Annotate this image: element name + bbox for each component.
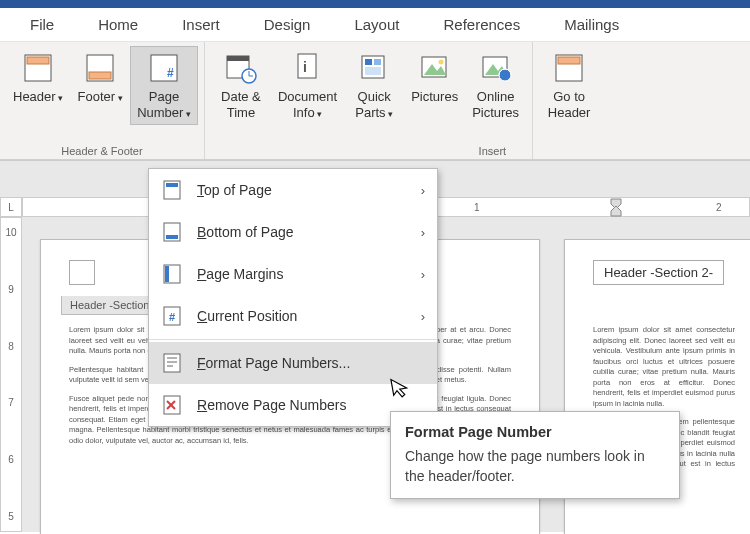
remove-page-number-icon [161, 394, 183, 416]
online-pictures-button[interactable]: Online Pictures [465, 46, 526, 125]
svg-point-19 [438, 60, 443, 65]
online-pictures-icon [479, 51, 513, 85]
tab-mailings[interactable]: Mailings [542, 16, 641, 33]
tab-layout[interactable]: Layout [332, 16, 421, 33]
menu-top-of-page[interactable]: Top of Page › [149, 169, 437, 211]
svg-rect-1 [27, 57, 49, 64]
goto-header-label: Go to Header [548, 89, 591, 120]
header-label: Header [13, 89, 63, 105]
chevron-right-icon: › [421, 225, 425, 240]
pictures-label: Pictures [411, 89, 458, 105]
svg-marker-42 [391, 377, 408, 398]
svg-rect-35 [164, 354, 180, 372]
footer-button[interactable]: Footer [70, 46, 130, 110]
menu-label: Page Margins [197, 266, 283, 282]
menu-label: Remove Page Numbers [197, 397, 346, 413]
pictures-icon [418, 51, 452, 85]
date-time-label: Date & Time [221, 89, 261, 120]
menu-page-margins[interactable]: Page Margins › [149, 253, 437, 295]
svg-text:#: # [169, 311, 175, 323]
quick-parts-button[interactable]: Quick Parts [344, 46, 404, 125]
svg-rect-11 [298, 54, 316, 78]
chevron-right-icon: › [421, 309, 425, 324]
menu-label: Bottom of Page [197, 224, 294, 240]
menu-label: Current Position [197, 308, 297, 324]
svg-rect-16 [365, 67, 381, 75]
group-header-footer: Header Footer # Page Number Header & Foo… [0, 42, 205, 159]
quick-parts-label: Quick Parts [355, 89, 393, 120]
tooltip-title: Format Page Number [405, 424, 665, 440]
current-position-icon: # [161, 305, 183, 327]
svg-rect-28 [166, 183, 178, 187]
page-number-icon: # [147, 51, 181, 85]
document-info-icon: i [291, 51, 325, 85]
svg-rect-30 [166, 235, 178, 239]
date-time-button[interactable]: Date & Time [211, 46, 271, 125]
group-navigation: Go to Header [533, 42, 605, 159]
header-area-left[interactable] [69, 260, 95, 285]
page-margins-icon [161, 263, 183, 285]
page-number-label: Page Number [137, 89, 191, 120]
tab-home[interactable]: Home [76, 16, 160, 33]
goto-header-button[interactable]: Go to Header [539, 46, 599, 125]
menubar: File Home Insert Design Layout Reference… [0, 8, 750, 42]
svg-text:#: # [167, 66, 174, 80]
page-top-icon [161, 179, 183, 201]
online-pictures-label: Online Pictures [472, 89, 519, 120]
header-area-right[interactable]: Header -Section 2- [593, 260, 724, 285]
svg-rect-24 [558, 57, 580, 64]
svg-marker-26 [611, 206, 621, 216]
page-number-button[interactable]: # Page Number [130, 46, 198, 125]
tab-type-indicator[interactable]: L [0, 197, 22, 217]
svg-text:i: i [303, 59, 307, 75]
svg-rect-7 [227, 56, 249, 61]
menu-current-position[interactable]: # Current Position › [149, 295, 437, 337]
svg-rect-15 [374, 59, 381, 65]
format-page-number-icon [161, 352, 183, 374]
tooltip-format-page-number: Format Page Number Change how the page n… [390, 411, 680, 499]
ruler-vertical[interactable]: 10 9 8 7 6 5 [0, 217, 22, 532]
tab-references[interactable]: References [421, 16, 542, 33]
menu-label: Top of Page [197, 182, 272, 198]
footer-label: Footer [78, 89, 123, 105]
svg-rect-3 [89, 72, 111, 79]
tab-insert[interactable]: Insert [160, 16, 242, 33]
header-button[interactable]: Header [6, 46, 70, 110]
calendar-clock-icon [224, 51, 258, 85]
goto-header-icon [552, 51, 586, 85]
group-insert: Date & Time i Document Info Quick Parts … [205, 42, 533, 159]
svg-rect-32 [165, 266, 169, 282]
tab-design[interactable]: Design [242, 16, 333, 33]
indent-marker-icon[interactable] [610, 196, 622, 218]
ribbon: Header Footer # Page Number Header & Foo… [0, 42, 750, 160]
tooltip-body: Change how the page numbers look in the … [405, 447, 665, 486]
pictures-button[interactable]: Pictures [404, 46, 465, 110]
quick-parts-icon [357, 51, 391, 85]
workspace: L 1 2 10 9 8 7 6 5 Header -Section 2- [0, 160, 750, 532]
footer-icon [83, 51, 117, 85]
chevron-right-icon: › [421, 267, 425, 282]
header-icon [21, 51, 55, 85]
tab-file[interactable]: File [8, 16, 76, 33]
group-label-header-footer: Header & Footer [6, 143, 198, 157]
titlebar [0, 0, 750, 8]
document-info-label: Document Info [278, 89, 337, 120]
svg-rect-14 [365, 59, 372, 65]
document-info-button[interactable]: i Document Info [271, 46, 344, 125]
menu-label: Format Page Numbers... [197, 355, 350, 371]
group-label-insert: Insert [211, 143, 526, 157]
menu-separator [149, 339, 437, 340]
page-bottom-icon [161, 221, 183, 243]
chevron-right-icon: › [421, 183, 425, 198]
menu-bottom-of-page[interactable]: Bottom of Page › [149, 211, 437, 253]
